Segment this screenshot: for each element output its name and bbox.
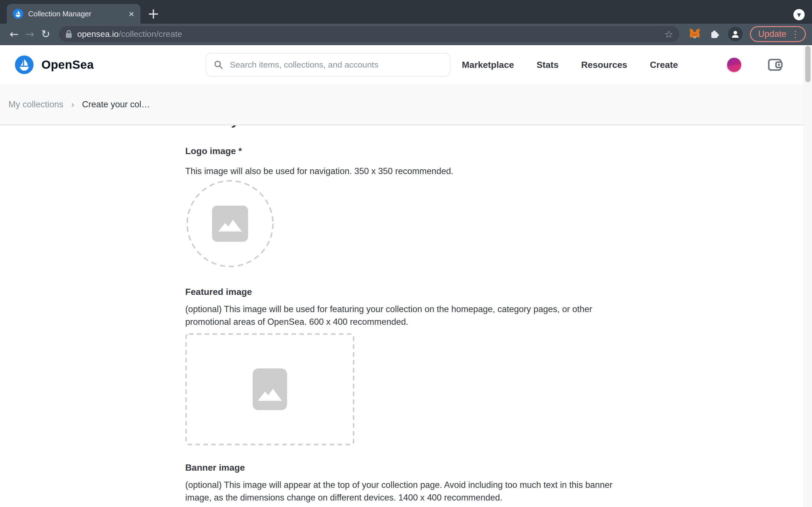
banner-image-label: Banner image [185,462,245,473]
nav-stats[interactable]: Stats [537,60,559,70]
new-tab-button[interactable]: + [146,6,161,22]
featured-image-upload-dropzone[interactable] [185,333,354,445]
tab-close-icon[interactable]: × [129,9,134,18]
main-nav: Marketplace Stats Resources Create [462,45,678,84]
metamask-extension-icon[interactable] [689,28,701,40]
extensions-puzzle-icon[interactable] [709,29,720,40]
logo-image-label: Logo image * [185,146,242,156]
update-label: Update [758,29,786,39]
image-placeholder-icon [185,333,354,445]
browser-tab-strip: Collection Manager × + ▼ [0,0,812,24]
logo-image-upload-dropzone[interactable] [186,180,274,268]
chrome-update-button[interactable]: Update ⋮ [750,26,806,42]
browser-tab[interactable]: Collection Manager × [7,4,140,24]
search-placeholder: Search items, collections, and accounts [230,60,378,69]
featured-image-description: (optional) This image will be used for f… [185,303,615,328]
bookmark-star-icon[interactable]: ☆ [664,29,673,40]
reload-button[interactable]: ↻ [38,26,54,42]
back-button[interactable]: ← [6,26,22,42]
lock-icon [65,29,73,39]
url-path: /collection/create [119,29,182,39]
breadcrumb-current: Create your col… [82,100,150,110]
menu-dots-icon[interactable]: ⋮ [791,29,800,40]
nav-create[interactable]: Create [650,60,678,70]
breadcrumb-my-collections[interactable]: My collections [8,100,63,110]
wallet-icon[interactable] [767,57,783,74]
page-scrollbar-thumb[interactable] [805,46,811,82]
opensea-logo[interactable]: OpenSea [15,55,94,74]
logo-image-description: This image will also be used for navigat… [185,165,615,177]
banner-image-description: (optional) This image will appear at the… [185,478,615,504]
nav-resources[interactable]: Resources [581,60,627,70]
page-scrollbar[interactable] [804,45,812,507]
browser-profile-button[interactable] [728,27,743,41]
forward-button[interactable]: → [22,26,38,42]
breadcrumb-separator: › [71,100,74,110]
address-bar[interactable]: opensea.io/collection/create ☆ [59,26,679,42]
opensea-favicon-icon [13,9,23,19]
opensea-boat-icon [15,55,34,74]
create-collection-form: Create your collection Logo image * This… [0,125,812,495]
tab-title: Collection Manager [28,10,129,18]
url-text: opensea.io/collection/create [77,29,182,39]
search-icon [213,60,223,70]
site-header: OpenSea Search items, collections, and a… [0,45,812,84]
breadcrumb: My collections › Create your col… [0,84,812,125]
account-avatar[interactable] [726,57,742,73]
url-host: opensea.io [77,29,119,39]
tab-search-button[interactable]: ▼ [794,9,805,20]
image-placeholder-icon [186,180,274,268]
brand-name: OpenSea [42,58,94,71]
nav-marketplace[interactable]: Marketplace [462,60,514,70]
search-input[interactable]: Search items, collections, and accounts [206,53,451,76]
browser-toolbar: ← → ↻ opensea.io/collection/create ☆ [0,24,812,45]
featured-image-label: Featured image [185,287,252,297]
